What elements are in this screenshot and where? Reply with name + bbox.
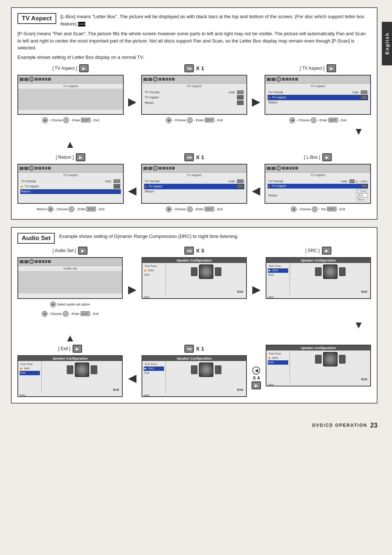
tv-aspect-top-row: [ TV Aspect ] bbox=[17, 64, 371, 124]
audio-arrow-tm-tr: ▶ bbox=[248, 247, 264, 318]
menu-tvformat-tm: TV Format Auto bbox=[144, 90, 245, 95]
controls-tr: ◀ - Choose ○ - Enter EXIT - Exit bbox=[289, 116, 347, 124]
between-rows-tv: ▼ bbox=[17, 126, 371, 137]
audio-arrow-tl-tm: ▶ bbox=[124, 247, 140, 318]
audio-set-section: Audio Set Example shows setting of Dynam… bbox=[11, 227, 377, 404]
down-arrow-left bbox=[17, 126, 123, 137]
step-label-tl: [ TV Aspect ] bbox=[52, 66, 77, 71]
audio-step-tm: X 3 Speaker Configuration Test Tone ▶DRC… bbox=[142, 247, 247, 299]
arrow-tl-to-tm: ▶ bbox=[125, 64, 140, 124]
screen-tl: TV Aspect bbox=[17, 75, 124, 115]
tv-aspect-section: TV Aspect [L-Box] means "Letter Box". Th… bbox=[11, 7, 377, 220]
letterbox-icon-inline bbox=[78, 22, 85, 27]
audio-step-bl: [ Exit ] Speaker Configuration Test Tone… bbox=[17, 345, 123, 397]
audio-screen-tl: Audio set bbox=[17, 257, 123, 299]
exit-ctrl-tr[interactable]: EXIT bbox=[328, 118, 338, 122]
ti7 bbox=[48, 78, 51, 81]
screen-label-tr: TV Aspect bbox=[265, 84, 370, 89]
english-label: English bbox=[384, 33, 390, 55]
audio-set-title: Audio Set bbox=[17, 233, 55, 244]
menu-tvaspect-tr-sel: ▶ TV Aspect bbox=[268, 95, 368, 100]
speaker-config-header-br: Speaker Configuration bbox=[266, 345, 370, 351]
play-btn-bl[interactable] bbox=[76, 153, 85, 161]
tv-aspect-example: Example shows setting of Letter Box disp… bbox=[17, 54, 371, 60]
ti5 bbox=[42, 78, 44, 81]
tv-aspect-bottom-row: [ Return ] bbox=[17, 153, 371, 213]
play-btn-tl[interactable] bbox=[79, 64, 89, 72]
tv-step-top-left: [ TV Aspect ] bbox=[17, 64, 124, 124]
menu-tvaspect-tm: TV Aspect bbox=[144, 95, 245, 100]
tv-aspect-header: TV Aspect [L-Box] means "Letter Box". Th… bbox=[17, 13, 371, 27]
speaker-config-header-tm: Speaker Configuration bbox=[142, 258, 246, 263]
screen-tm: TV Aspect TV Format Auto TV Aspect Ret bbox=[141, 75, 248, 115]
menu-tvformat-tr: TV Format Auto bbox=[268, 90, 368, 95]
ti-special bbox=[29, 77, 34, 82]
audio-step-bm: X 1 Speaker Configuration Test Tone ▶DRC… bbox=[142, 345, 247, 397]
rewind-btn-tm[interactable] bbox=[184, 64, 194, 72]
menu-return-tr: Return bbox=[268, 100, 368, 105]
toolbar-tm bbox=[142, 76, 247, 84]
enter-ctrl-tm[interactable]: ○ bbox=[187, 117, 193, 123]
exit-ctrl-tm[interactable]: EXIT bbox=[205, 118, 214, 122]
choose-ctrl-tl[interactable]: ◀ bbox=[42, 117, 48, 123]
between-rows-audio: ▼ bbox=[17, 319, 371, 331]
step-label-tr: [ TV Aspect ] bbox=[300, 66, 324, 71]
toolbar-tl bbox=[18, 76, 123, 84]
audio-screen-br: Speaker Configuration Test Tone ▶DRC Exi… bbox=[266, 345, 371, 386]
audio-screen-bm: Speaker Configuration Test Tone ▶DRC Exi… bbox=[142, 355, 247, 397]
audio-arrow-br-to-bm: ◀ X 4 bbox=[248, 345, 264, 397]
audio-set-desc: Example shows setting of Dynamic Range C… bbox=[59, 233, 371, 240]
menu-return-tm: Return bbox=[144, 100, 245, 106]
audio-play-bl[interactable] bbox=[73, 345, 82, 353]
audio-step-tl: [ Audio Set ] bbox=[17, 247, 123, 318]
down-arrow-right: ▼ bbox=[266, 126, 371, 137]
audio-rewind-tm[interactable] bbox=[184, 247, 194, 255]
tv-step-bot-left: [ Return ] bbox=[17, 153, 124, 213]
controls-tl: ◀ - Choose ○ - Enter EXIT - Exit bbox=[41, 116, 100, 124]
arrow-tm-to-tr: ▶ bbox=[249, 64, 263, 124]
audio-arrow-bm-to-bl: ▶ bbox=[124, 345, 140, 397]
audio-screen-bl: Speaker Configuration Test Tone ▶DRC Exi… bbox=[17, 355, 123, 397]
ti2 bbox=[24, 78, 28, 81]
step-label-br: [ L-Box ] bbox=[304, 155, 320, 160]
arrow-br-to-bm: ▶ bbox=[249, 153, 263, 213]
rewind-btn-bm[interactable] bbox=[184, 153, 194, 161]
choose-ctrl-tm[interactable]: ◀ bbox=[166, 117, 172, 123]
up-arrow-row: ▲ bbox=[17, 139, 371, 150]
exit-ctrl-tl[interactable]: EXIT bbox=[81, 118, 90, 122]
speaker-config-header-bm: Speaker Configuration bbox=[142, 356, 246, 361]
speaker-config-header-tr: Speaker Configuration bbox=[266, 258, 370, 263]
screen-body-tr: TV Format Auto ▶ TV Aspect Return bbox=[265, 89, 370, 106]
footer-text: DVD/CD Operation bbox=[312, 423, 367, 428]
enter-ctrl-tl[interactable]: ○ bbox=[63, 117, 69, 123]
arrow-bm-to-bl: ▶ bbox=[125, 153, 140, 213]
enter-ctrl-tr[interactable]: ○ bbox=[311, 117, 317, 123]
screen-bl: TV Aspect TV Format Auto ▶ TV Aspect bbox=[17, 164, 124, 204]
tv-aspect-desc2: [P-Scan] means "Pan and Scan". The pictu… bbox=[17, 30, 371, 52]
ti6 bbox=[45, 78, 47, 81]
tv-step-bot-mid: X 1 bbox=[141, 153, 248, 213]
screen-br: TV Aspect TV Format Auto ▶ L-Box ▶ TV As… bbox=[265, 164, 371, 204]
choose-ctrl-tr[interactable]: ◀ bbox=[289, 117, 295, 123]
play-btn-tr[interactable] bbox=[327, 64, 336, 72]
tv-step-bot-right: [ L-Box ] bbox=[265, 153, 371, 213]
page-footer: DVD/CD Operation 23 bbox=[0, 418, 392, 433]
page-content: TV Aspect [L-Box] means "Letter Box". Th… bbox=[0, 0, 392, 418]
audio-play-tl[interactable] bbox=[78, 247, 87, 255]
audio-step-br: Speaker Configuration Test Tone ▶DRC Exi… bbox=[266, 345, 371, 386]
audio-rewind-bm[interactable] bbox=[184, 345, 194, 353]
audio-screen-tm: Speaker Configuration Test Tone ▶DRC Exi… bbox=[142, 257, 247, 299]
screen-label-tl: TV Aspect bbox=[18, 84, 123, 89]
speaker-config-header-bl: Speaker Configuration bbox=[18, 356, 122, 361]
tv-step-top-mid: X 1 bbox=[141, 64, 248, 124]
ti1 bbox=[20, 78, 24, 81]
tv-aspect-title: TV Aspect bbox=[17, 13, 56, 24]
audio-screen-tr: Speaker Configuration Test Tone ▶DRC Exi… bbox=[266, 257, 371, 299]
screen-label-tm: TV Aspect bbox=[142, 84, 247, 89]
audio-play-tr[interactable] bbox=[322, 247, 331, 255]
audio-bottom-row: [ Exit ] Speaker Configuration Test Tone… bbox=[17, 345, 371, 397]
screen-tr: TV Aspect TV Format Auto ▶ TV Aspect bbox=[265, 75, 371, 115]
play-btn-br[interactable] bbox=[322, 153, 332, 161]
footer-page-number: 23 bbox=[370, 422, 377, 429]
audio-step-tr: [ DRC ] Speaker Configuration Test Tone … bbox=[266, 247, 371, 299]
